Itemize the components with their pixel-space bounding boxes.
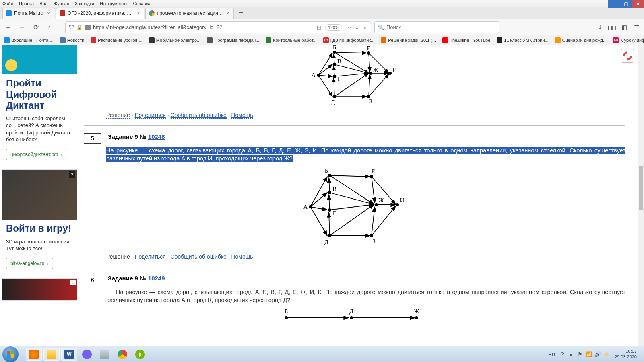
tray-security-icon[interactable]: ⚡	[603, 351, 610, 358]
task-id-link[interactable]: 10249	[148, 275, 165, 282]
bookmarks-toolbar: Входящие - Почта ... Новости Расписание …	[0, 35, 644, 45]
menu-view[interactable]: Вид	[39, 1, 47, 6]
windows-taskbar: W µ RU ? ▴ ⚑ 📶 🔊 ⚡ 16:0729.03.2020	[0, 346, 644, 362]
report-link[interactable]: Сообщить об ошибке	[171, 112, 227, 119]
svg-line-31	[372, 177, 375, 203]
vertical-scrollbar[interactable]	[638, 45, 644, 346]
taskbar-viber[interactable]	[79, 348, 95, 361]
bookmark-favicon-icon	[381, 37, 386, 43]
ad-banner[interactable]: ▷	[2, 278, 77, 301]
share-link[interactable]: Поделиться	[135, 112, 166, 119]
taskbar-calculator[interactable]	[97, 348, 113, 361]
taskbar-chrome[interactable]	[114, 348, 130, 361]
close-tab-icon[interactable]: ×	[46, 10, 52, 16]
tab-oge-informatika[interactable]: ОГЭ−2020, информатика: задания, ×	[56, 8, 144, 19]
task-id-link[interactable]: 10248	[148, 133, 165, 140]
home-button[interactable]: ⌂	[44, 22, 55, 33]
svg-line-19	[310, 193, 327, 207]
viber-icon	[82, 350, 92, 359]
ad-link-button[interactable]: bitva-angelov.ru›	[6, 258, 53, 269]
back-button[interactable]: ←	[3, 22, 14, 33]
tray-flag-icon[interactable]: ⚑	[577, 351, 583, 358]
reader-mode-icon[interactable]: ▤	[317, 25, 321, 30]
task5-graph: А Б В Г Д Е Ж З И	[84, 167, 625, 247]
hamburger-menu-icon[interactable]: ☰	[632, 23, 641, 32]
star-bookmark-icon[interactable]: ☆	[363, 25, 367, 30]
help-link[interactable]: Помощь	[231, 253, 253, 260]
bookmark-item[interactable]: Новости	[58, 37, 86, 44]
bookmark-item[interactable]: АЯК уроку информати...	[611, 37, 644, 44]
start-button[interactable]	[2, 346, 19, 362]
tray-network-icon[interactable]: 📶	[586, 351, 592, 358]
tray-chevron-up-icon[interactable]: ▴	[568, 351, 574, 358]
sidebar-ads: Пройти Цифровой Диктант Считаешь себя ко…	[0, 45, 79, 346]
close-tab-icon[interactable]: ×	[136, 10, 141, 16]
close-tab-icon[interactable]: ×	[225, 10, 230, 16]
window-maximize-button[interactable]: ▢	[620, 0, 632, 8]
ad-image[interactable]: ✕	[2, 170, 77, 220]
bookmark-item[interactable]: R!ГДЗ по информатик...	[322, 37, 376, 44]
taskbar-explorer[interactable]	[43, 348, 60, 361]
bookmark-item[interactable]: TheZxline - YouTube	[441, 37, 492, 44]
ad-link-button[interactable]: цифровойдиктант.рф›	[6, 149, 66, 160]
menu-file[interactable]: Файл	[2, 1, 13, 6]
tray-volume-icon[interactable]: 🔊	[594, 351, 601, 358]
ad-info-icon[interactable]: ▷	[70, 280, 76, 285]
lock-icon[interactable]: 🔒	[76, 25, 83, 30]
bookmark-item[interactable]: Сценарии дня рожд...	[553, 37, 608, 44]
task-divider	[84, 125, 625, 126]
menu-bookmarks[interactable]: Закладки	[75, 1, 94, 6]
menu-help[interactable]: Справка	[133, 1, 150, 6]
bookmark-favicon-icon	[266, 37, 271, 43]
search-input[interactable]	[386, 24, 495, 30]
task5-body-selected[interactable]: На рисунке — схема дорог, связывающих го…	[84, 146, 625, 167]
tab-attestation[interactable]: промежуточная аттестация 9 класс ×	[145, 8, 234, 19]
bookmark-favicon-icon	[149, 37, 155, 43]
task-number-box: 6	[84, 275, 101, 285]
tracking-shield-icon[interactable]: 🛡	[69, 24, 74, 30]
menu-tools[interactable]: Инструменты	[100, 1, 128, 6]
zoom-indicator[interactable]: 120%	[325, 24, 342, 31]
sidebar-icon[interactable]: ◧	[620, 23, 629, 32]
taskbar-utorrent[interactable]: µ	[132, 348, 148, 361]
share-link[interactable]: Поделиться	[135, 253, 166, 260]
help-lifebuoy-button[interactable]	[621, 49, 634, 63]
window-minimize-button[interactable]: —	[608, 0, 620, 8]
svg-line-16	[369, 75, 370, 97]
task-number-box: 5	[84, 133, 101, 144]
bookmark-item[interactable]: Программа передач...	[205, 37, 261, 44]
ad-text: 3D игра нового поколе­ния! Тут можно все…	[2, 236, 77, 255]
tray-help-icon[interactable]: ?	[559, 351, 566, 358]
scrollbar-thumb[interactable]	[639, 166, 643, 210]
bookmark-item[interactable]: 11 класс УМК Угрин...	[495, 37, 550, 44]
url-box[interactable]: 🛡 🔒 https://inf-oge.sdamgia.ru/test?filt…	[65, 21, 371, 33]
bookmark-item[interactable]: Расписание уроков ...	[89, 37, 144, 44]
new-tab-button[interactable]: +	[236, 8, 246, 18]
library-icon[interactable]: ⫿⫿⫿	[608, 23, 617, 32]
bookmark-item[interactable]: Контрольные работ...	[264, 37, 318, 44]
solution-link[interactable]: Решение	[106, 112, 130, 119]
page-actions-icon[interactable]: ⋯	[346, 25, 351, 30]
menu-journal[interactable]: Журнал	[53, 1, 69, 6]
menu-edit[interactable]: Правка	[19, 1, 34, 6]
reload-button[interactable]: ⟳	[31, 22, 41, 33]
report-link[interactable]: Сообщить об ошибке	[171, 253, 227, 260]
window-close-button[interactable]: ✕	[632, 0, 644, 8]
bookmark-item[interactable]: Входящие - Почта ...	[2, 37, 55, 44]
bookmark-favicon-icon	[555, 37, 561, 43]
pocket-icon[interactable]: ⌄	[355, 25, 359, 30]
solution-link[interactable]: Решение	[106, 253, 130, 260]
forward-button[interactable]: →	[17, 22, 27, 33]
search-box[interactable]: 🔍	[374, 21, 499, 33]
language-indicator[interactable]: RU	[547, 351, 557, 358]
downloads-icon[interactable]: ⭳	[596, 23, 605, 32]
chrome-icon	[118, 350, 127, 359]
tab-mailru[interactable]: Почта Mail.ru ×	[2, 8, 55, 19]
close-ad-icon[interactable]: ✕	[69, 171, 75, 178]
bookmark-item[interactable]: Решение задач 20.1 (...	[379, 37, 438, 44]
clock[interactable]: 16:0729.03.2020	[612, 349, 639, 359]
taskbar-firefox[interactable]	[26, 348, 42, 361]
taskbar-word[interactable]: W	[61, 348, 77, 361]
help-link[interactable]: Помощь	[231, 112, 253, 119]
bookmark-item[interactable]: Мобильное электро...	[147, 37, 202, 44]
